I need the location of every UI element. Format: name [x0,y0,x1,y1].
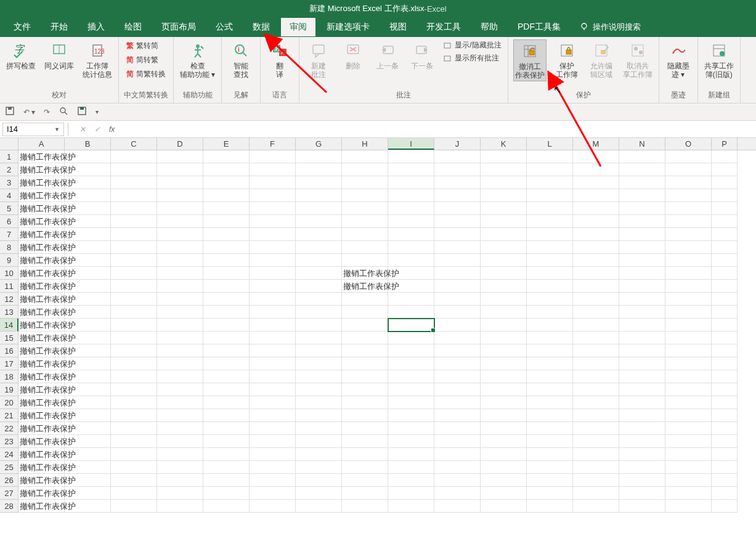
tab-公式[interactable]: 公式 [207,18,242,36]
cell-J9[interactable] [434,254,481,267]
cell-C4[interactable] [111,189,157,202]
cell-K16[interactable] [481,344,527,357]
cell-J15[interactable] [434,332,481,344]
cell-G23[interactable] [296,435,342,448]
cell-M10[interactable] [573,267,619,280]
cell-F27[interactable] [250,487,296,500]
cell-H14[interactable] [342,319,388,332]
cell-F23[interactable] [250,435,296,448]
cell-C25[interactable] [111,461,157,474]
cell-N15[interactable] [619,332,665,344]
cell-E10[interactable] [203,267,250,280]
save-icon[interactable] [5,106,15,118]
cell-B15[interactable] [65,332,111,344]
cell-F26[interactable] [250,474,296,487]
cell-K26[interactable] [481,474,527,487]
cell-P17[interactable] [712,357,738,370]
cell-E2[interactable] [203,163,250,176]
cell-A23[interactable]: 撤销工作表保护 [18,435,65,448]
cell-E7[interactable] [203,228,250,241]
cell-O25[interactable] [665,461,712,474]
cell-H20[interactable] [342,396,388,409]
smart-lookup-button[interactable]: i智能 查找 [227,39,255,80]
cell-B17[interactable] [65,357,111,370]
cell-A14[interactable]: 撤销工作表保护 [18,319,65,332]
cell-A17[interactable]: 撤销工作表保护 [18,357,65,370]
cell-M14[interactable] [573,319,619,332]
cell-C26[interactable] [111,474,157,487]
row-header-1[interactable]: 1 [0,150,18,163]
cell-B26[interactable] [65,474,111,487]
cell-B12[interactable] [65,293,111,306]
cell-C24[interactable] [111,448,157,461]
cell-H17[interactable] [342,357,388,370]
cell-H18[interactable] [342,370,388,383]
cell-D6[interactable] [157,215,203,228]
cell-H9[interactable] [342,254,388,267]
cell-C8[interactable] [111,241,157,254]
cell-J11[interactable] [434,280,481,293]
cell-B13[interactable] [65,306,111,319]
cell-O10[interactable] [665,267,712,280]
cell-P14[interactable] [712,319,738,332]
cell-I21[interactable] [388,409,434,422]
cell-G19[interactable] [296,383,342,396]
cell-L2[interactable] [527,163,573,176]
cell-A15[interactable]: 撤销工作表保护 [18,332,65,344]
cell-M2[interactable] [573,163,619,176]
cell-F19[interactable] [250,383,296,396]
cell-A5[interactable]: 撤销工作表保护 [18,202,65,215]
cell-F11[interactable] [250,280,296,293]
cell-N17[interactable] [619,357,665,370]
cell-G22[interactable] [296,422,342,435]
cell-K8[interactable] [481,241,527,254]
cell-M8[interactable] [573,241,619,254]
tab-页面布局[interactable]: 页面布局 [153,18,205,36]
cell-G13[interactable] [296,306,342,319]
cell-L18[interactable] [527,370,573,383]
cell-C15[interactable] [111,332,157,344]
cell-D20[interactable] [157,396,203,409]
cell-C1[interactable] [111,150,157,163]
row-header-3[interactable]: 3 [0,176,18,189]
cell-O13[interactable] [665,306,712,319]
cell-L5[interactable] [527,202,573,215]
cell-F7[interactable] [250,228,296,241]
cell-P19[interactable] [712,383,738,396]
cell-E4[interactable] [203,189,250,202]
row-header-5[interactable]: 5 [0,202,18,215]
cell-M20[interactable] [573,396,619,409]
convert-简转繁[interactable]: 简简转繁 [124,54,168,67]
cell-O18[interactable] [665,370,712,383]
cell-G28[interactable] [296,500,342,513]
cell-O19[interactable] [665,383,712,396]
cell-K28[interactable] [481,500,527,513]
redo-icon[interactable]: ↷ [44,108,50,116]
cell-O6[interactable] [665,215,712,228]
cell-P24[interactable] [712,448,738,461]
cell-L21[interactable] [527,409,573,422]
cell-A19[interactable]: 撤销工作表保护 [18,383,65,396]
row-header-2[interactable]: 2 [0,163,18,176]
cell-O2[interactable] [665,163,712,176]
cell-F1[interactable] [250,150,296,163]
col-header-O[interactable]: O [665,138,712,150]
cell-C14[interactable] [111,319,157,332]
cell-A2[interactable]: 撤销工作表保护 [18,163,65,176]
col-header-K[interactable]: K [481,138,527,150]
cell-I14[interactable] [388,319,434,332]
cell-E6[interactable] [203,215,250,228]
cell-E3[interactable] [203,176,250,189]
cell-J27[interactable] [434,487,481,500]
cell-O16[interactable] [665,344,712,357]
cell-N10[interactable] [619,267,665,280]
cell-G17[interactable] [296,357,342,370]
cell-M26[interactable] [573,474,619,487]
row-header-18[interactable]: 18 [0,370,18,383]
cell-A20[interactable]: 撤销工作表保护 [18,396,65,409]
cell-J25[interactable] [434,461,481,474]
cell-B24[interactable] [65,448,111,461]
cell-H11[interactable]: 撤销工作表保护 [342,280,388,293]
cell-L10[interactable] [527,267,573,280]
cell-E8[interactable] [203,241,250,254]
